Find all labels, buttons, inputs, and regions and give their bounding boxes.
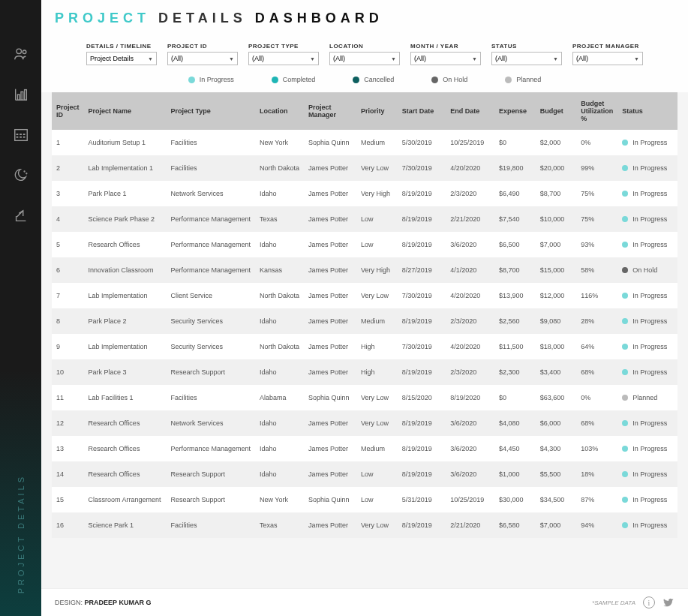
cell-end: 3/6/2020 xyxy=(446,461,494,487)
table-row[interactable]: 15Classroom ArrangementResearch SupportN… xyxy=(52,487,677,512)
cell-end: 2/21/2020 xyxy=(446,206,494,232)
column-header[interactable]: Status xyxy=(617,92,677,130)
moon-icon[interactable] xyxy=(12,167,30,185)
table-row[interactable]: 1Auditorium Setup 1FacilitiesNew YorkSop… xyxy=(52,130,677,155)
table-row[interactable]: 11Lab Facilities 1FacilitiesAlabamaSophi… xyxy=(52,385,677,410)
filter-select-4[interactable]: (All)▼ xyxy=(410,52,481,65)
table-row[interactable]: 9Lab ImplementationSecurity ServicesNort… xyxy=(52,334,677,359)
cell-name: Lab Facilities 1 xyxy=(84,385,167,410)
cell-end: 10/25/2019 xyxy=(446,130,494,155)
cell-status: In Progress xyxy=(617,359,677,385)
chart-icon[interactable] xyxy=(12,86,30,104)
status-dot-icon xyxy=(622,522,628,528)
column-header[interactable]: Budget xyxy=(536,92,577,130)
share-icon[interactable] xyxy=(12,207,30,225)
table-row[interactable]: 10Park Place 3Research SupportIdahoJames… xyxy=(52,359,677,385)
column-header[interactable]: Project Manager xyxy=(304,92,356,130)
users-icon[interactable] xyxy=(12,45,30,63)
filter-select-2[interactable]: (All)▼ xyxy=(248,52,319,65)
column-header[interactable]: Priority xyxy=(356,92,398,130)
legend-item-cancelled: Cancelled xyxy=(353,76,394,83)
cell-end: 3/6/2020 xyxy=(446,232,494,257)
cell-status: In Progress xyxy=(617,232,677,257)
cell-status: In Progress xyxy=(617,410,677,436)
cell-type: Performance Management xyxy=(166,206,255,232)
svg-rect-7 xyxy=(20,134,22,135)
table-row[interactable]: 7Lab ImplementationClient ServiceNorth D… xyxy=(52,283,677,308)
table-row[interactable]: 16Science Park 1FacilitiesTexasJames Pot… xyxy=(52,512,677,538)
cell-manager: Sophia Quinn xyxy=(304,385,356,410)
info-icon[interactable]: i xyxy=(643,596,655,608)
cell-location: Idaho xyxy=(255,410,304,436)
cell-priority: Low xyxy=(356,206,398,232)
cell-priority: Low xyxy=(356,232,398,257)
cell-status: In Progress xyxy=(617,130,677,155)
cell-budget: $3,400 xyxy=(536,359,577,385)
cell-location: Texas xyxy=(255,206,304,232)
status-text: In Progress xyxy=(632,190,667,197)
cell-budget: $7,000 xyxy=(536,512,577,538)
column-header[interactable]: Expense xyxy=(494,92,536,130)
cell-manager: James Potter xyxy=(304,410,356,436)
cell-end: 2/3/2020 xyxy=(446,308,494,334)
header: PROJECT DETAILS DASHBOARD xyxy=(41,0,688,34)
table-container[interactable]: Project IDProject NameProject TypeLocati… xyxy=(41,92,688,588)
table-row[interactable]: 13Research OfficesPerformance Management… xyxy=(52,436,677,461)
cell-name: Park Place 3 xyxy=(84,359,167,385)
cell-end: 4/20/2020 xyxy=(446,283,494,308)
column-header[interactable]: Start Date xyxy=(398,92,446,130)
cell-expense: $11,500 xyxy=(494,334,536,359)
cell-start: 8/15/2020 xyxy=(398,385,446,410)
cell-end: 4/20/2020 xyxy=(446,155,494,181)
filter-select-0[interactable]: Project Details▼ xyxy=(86,52,157,65)
cell-expense: $2,300 xyxy=(494,359,536,385)
filter-select-3[interactable]: (All)▼ xyxy=(329,52,400,65)
cell-start: 7/30/2019 xyxy=(398,283,446,308)
cell-manager: James Potter xyxy=(304,155,356,181)
table-row[interactable]: 8Park Place 2Security ServicesIdahoJames… xyxy=(52,308,677,334)
filter-label: DETAILS / TIMELINE xyxy=(86,43,157,50)
cell-end: 3/6/2020 xyxy=(446,436,494,461)
column-header[interactable]: Budget Utilization % xyxy=(576,92,617,130)
column-header[interactable]: Project Name xyxy=(84,92,167,130)
cell-utilization: 58% xyxy=(576,257,617,283)
cell-utilization: 0% xyxy=(576,385,617,410)
cell-location: New York xyxy=(255,130,304,155)
cell-expense: $6,490 xyxy=(494,181,536,206)
cell-manager: James Potter xyxy=(304,232,356,257)
column-header[interactable]: Project Type xyxy=(166,92,255,130)
table-row[interactable]: 5Research OfficesPerformance ManagementI… xyxy=(52,232,677,257)
table-row[interactable]: 14Research OfficesResearch SupportIdahoJ… xyxy=(52,461,677,487)
filter-value: Project Details xyxy=(90,55,134,62)
cell-start: 5/30/2019 xyxy=(398,130,446,155)
filter-select-1[interactable]: (All)▼ xyxy=(167,52,238,65)
cell-utilization: 28% xyxy=(576,308,617,334)
table-row[interactable]: 2Lab Implementation 1FacilitiesNorth Dak… xyxy=(52,155,677,181)
status-text: In Progress xyxy=(632,445,667,452)
svg-point-13 xyxy=(26,173,26,174)
cell-type: Security Services xyxy=(166,308,255,334)
column-header[interactable]: End Date xyxy=(446,92,494,130)
cell-manager: James Potter xyxy=(304,461,356,487)
cell-name: Science Park 1 xyxy=(84,512,167,538)
column-header[interactable]: Location xyxy=(255,92,304,130)
main-panel: PROJECT DETAILS DASHBOARD DETAILS / TIME… xyxy=(41,0,688,616)
table-row[interactable]: 12Research OfficesNetwork ServicesIdahoJ… xyxy=(52,410,677,436)
column-header[interactable]: Project ID xyxy=(52,92,84,130)
status-dot-icon xyxy=(622,446,628,452)
status-text: In Progress xyxy=(632,419,667,427)
filter-select-6[interactable]: (All)▼ xyxy=(572,52,643,65)
calendar-grid-icon[interactable] xyxy=(12,126,30,144)
cell-id: 4 xyxy=(52,206,84,232)
cell-type: Facilities xyxy=(166,155,255,181)
table-row[interactable]: 6Innovation ClassroomPerformance Managem… xyxy=(52,257,677,283)
status-dot-icon xyxy=(272,77,278,83)
filter-select-5[interactable]: (All)▼ xyxy=(491,52,562,65)
twitter-icon[interactable] xyxy=(662,596,674,608)
table-row[interactable]: 4Science Park Phase 2Performance Managem… xyxy=(52,206,677,232)
filter-value: (All) xyxy=(252,55,264,62)
cell-manager: James Potter xyxy=(304,283,356,308)
table-row[interactable]: 3Park Place 1Network ServicesIdahoJames … xyxy=(52,181,677,206)
cell-start: 8/19/2019 xyxy=(398,359,446,385)
cell-name: Science Park Phase 2 xyxy=(84,206,167,232)
